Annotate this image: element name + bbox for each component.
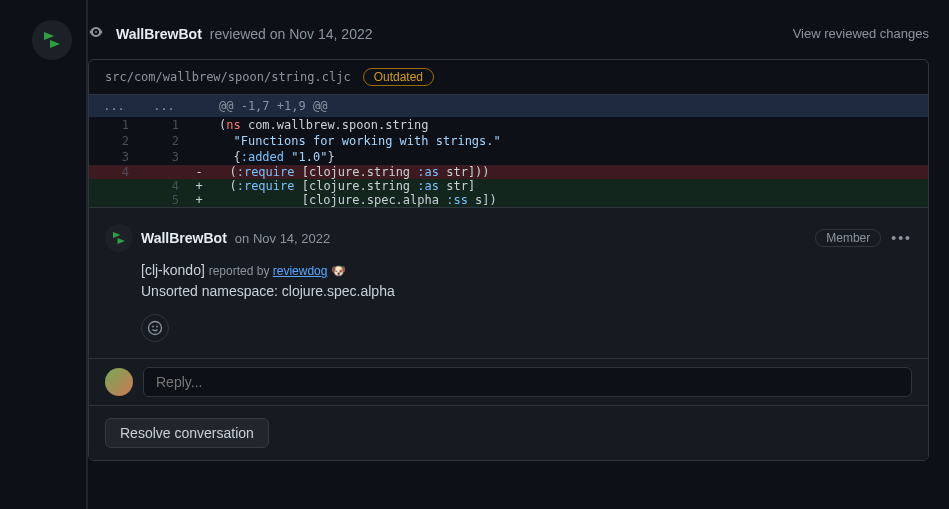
file-path[interactable]: src/com/wallbrew/spoon/string.cljc (105, 70, 351, 84)
commenter-avatar[interactable] (105, 224, 133, 252)
hunk-header-row[interactable]: ......@@ -1,7 +1,9 @@ (89, 95, 928, 117)
review-action-text: reviewed on Nov 14, 2022 (210, 26, 373, 42)
diff-line: 4- (:require [clojure.string :as str])) (89, 165, 928, 179)
comment-menu-button[interactable]: ••• (891, 230, 912, 246)
diff-line: 5+ [clojure.spec.alpha :ss s]) (89, 193, 928, 207)
diff-file-header: src/com/wallbrew/spoon/string.cljc Outda… (89, 60, 928, 95)
current-user-avatar[interactable] (105, 368, 133, 396)
review-header: WallBrewBot reviewed on Nov 14, 2022 Vie… (88, 24, 929, 43)
svg-point-1 (152, 326, 154, 328)
reply-row (89, 358, 928, 405)
outdated-badge: Outdated (363, 68, 434, 86)
view-reviewed-changes-link[interactable]: View reviewed changes (793, 26, 929, 41)
brew-avatar-icon (40, 28, 64, 52)
reviewer-avatar[interactable] (32, 20, 72, 60)
reply-input[interactable] (143, 367, 912, 397)
svg-point-0 (149, 322, 162, 335)
svg-point-2 (156, 326, 158, 328)
diff-container: src/com/wallbrew/spoon/string.cljc Outda… (88, 59, 929, 461)
reporter-link[interactable]: reviewdog (273, 264, 328, 278)
diff-line: 22 "Functions for working with strings." (89, 133, 928, 149)
diff-line: 11 (ns com.wallbrew.spoon.string (89, 117, 928, 133)
eye-icon (88, 24, 104, 43)
reviewer-name[interactable]: WallBrewBot (116, 26, 202, 42)
brew-avatar-icon (110, 229, 128, 247)
commenter-name[interactable]: WallBrewBot (141, 230, 227, 246)
diff-line: 33 {:added "1.0"} (89, 149, 928, 165)
reported-by-label: reported by (209, 264, 270, 278)
dog-icon: 🐶 (331, 264, 346, 278)
diff-line: 4+ (:require [clojure.string :as str] (89, 179, 928, 193)
diff-table: ......@@ -1,7 +1,9 @@11 (ns com.wallbrew… (89, 95, 928, 207)
comment-tool: [clj-kondo] (141, 262, 205, 278)
review-comment: WallBrewBot on Nov 14, 2022 Member ••• [… (89, 207, 928, 358)
add-reaction-button[interactable] (141, 314, 169, 342)
smiley-icon (147, 320, 163, 336)
resolve-conversation-button[interactable]: Resolve conversation (105, 418, 269, 448)
comment-message: Unsorted namespace: clojure.spec.alpha (141, 281, 912, 302)
role-badge: Member (815, 229, 881, 247)
comment-time: on Nov 14, 2022 (235, 231, 330, 246)
